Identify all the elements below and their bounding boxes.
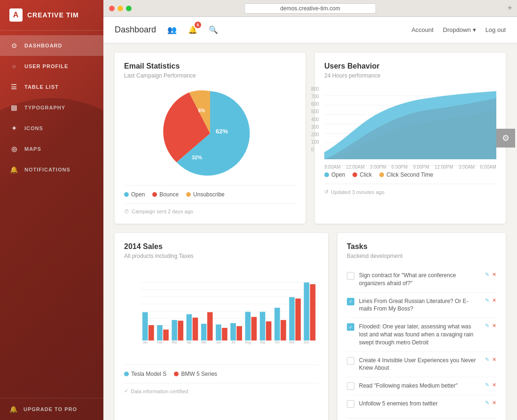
account-link[interactable]: Account	[411, 26, 433, 33]
task-actions: ✎ ✕	[485, 272, 496, 278]
tasks-title: Tasks	[347, 242, 496, 251]
task-delete-icon[interactable]: ✕	[492, 272, 496, 278]
task-checkbox[interactable]: ✓	[347, 298, 354, 305]
ub-open-dot	[324, 172, 329, 177]
group-icon-button[interactable]: 👥	[165, 23, 179, 37]
bottom-cards-row: 2014 Sales All products including Taxes	[115, 233, 506, 420]
task-edit-icon[interactable]: ✎	[485, 357, 489, 363]
task-item: Unfollow 5 enemies from twitter ✎ ✕	[347, 395, 496, 412]
task-edit-icon[interactable]: ✎	[485, 297, 489, 303]
pie-chart: 62% 32% 6%	[124, 86, 296, 180]
sidebar-logo: A CREATIVE TIM	[0, 0, 103, 31]
dropdown-button[interactable]: Dropdown ▾	[443, 26, 476, 33]
task-edit-icon[interactable]: ✎	[485, 323, 489, 329]
tesla-dot	[124, 372, 129, 376]
sales-card: 2014 Sales All products including Taxes	[115, 233, 328, 420]
svg-rect-37	[274, 308, 280, 341]
legend-open: Open	[124, 191, 145, 198]
new-tab-button[interactable]: +	[507, 3, 512, 13]
sidebar-item-notifications[interactable]: 🔔 NOTIFICATIONS	[0, 159, 103, 180]
bounce-dot	[152, 192, 157, 197]
notification-button[interactable]: 🔔 5	[186, 23, 199, 37]
dropdown-label: Dropdown	[443, 26, 470, 33]
sidebar-item-user-profile[interactable]: ○ USER PROFILE	[0, 56, 103, 77]
task-item: Sign contract for "What are conference o…	[347, 267, 496, 293]
top-cards-row: Email Statistics Last Campaign Performan…	[115, 53, 506, 224]
notifications-label: NOTIFICATIONS	[24, 167, 70, 172]
user-profile-icon: ○	[9, 62, 19, 71]
sidebar-item-table-list[interactable]: ☰ TABLE LIST	[0, 77, 103, 97]
svg-rect-26	[193, 318, 198, 341]
svg-rect-31	[230, 323, 236, 341]
sales-legend: Tesla Model S BMW 5 Series	[124, 365, 319, 377]
legend-ub-open: Open	[324, 171, 345, 178]
task-edit-icon[interactable]: ✎	[485, 382, 489, 388]
users-behavior-footer: ↺ Updated 3 minutes ago	[324, 184, 496, 195]
task-checkbox[interactable]	[347, 382, 354, 390]
open-dot	[124, 192, 129, 197]
ub-click2-dot	[379, 172, 384, 177]
minimize-button[interactable]	[118, 6, 123, 11]
sidebar-item-icons[interactable]: ✦ ICONS	[0, 118, 103, 139]
task-actions: ✎ ✕	[485, 297, 496, 303]
task-edit-icon[interactable]: ✎	[485, 272, 489, 278]
task-checkbox[interactable]	[347, 400, 354, 408]
task-checkbox[interactable]: ✓	[347, 323, 354, 331]
legend-unsubscribe: Unsubscribe	[186, 191, 225, 198]
area-chart-x-labels: 9:00AM12:00AM3:00PM6:00PM9:00PM12:00PM3:…	[324, 164, 496, 170]
svg-rect-33	[245, 312, 251, 341]
bounce-label: Bounce	[159, 191, 179, 198]
task-checkbox[interactable]	[347, 272, 354, 280]
users-behavior-title: Users Behavior	[324, 62, 496, 70]
ub-click-dot	[352, 172, 357, 177]
sales-title: 2014 Sales	[124, 242, 319, 251]
upgrade-button[interactable]: 🔔 UPGRADE TO PRO	[0, 398, 103, 420]
logout-link[interactable]: Log out	[486, 26, 506, 33]
svg-text:62%: 62%	[216, 128, 228, 135]
task-actions: ✎ ✕	[485, 400, 496, 406]
sidebar-item-dashboard[interactable]: ⊙ DASHBOARD	[0, 35, 103, 56]
task-text: Unfollow 5 enemies from twitter	[359, 400, 480, 408]
task-actions: ✎ ✕	[485, 357, 496, 363]
legend-tesla: Tesla Model S	[124, 371, 166, 377]
task-item: Create 4 Invisible User Experiences you …	[347, 352, 496, 378]
svg-rect-19	[142, 312, 148, 340]
bar-chart: 0 100 200 300 400 500 600 700 800 Jan Fe…	[124, 267, 319, 361]
maximize-button[interactable]	[126, 6, 132, 11]
task-item: ✓ Flooded: One year later, assessing wha…	[347, 318, 496, 351]
task-delete-icon[interactable]: ✕	[492, 297, 496, 303]
email-stats-footer-text: Campaign sent 2 days ago	[132, 209, 193, 214]
task-checkbox[interactable]	[347, 357, 354, 365]
pie-chart-svg: 62% 32% 6%	[163, 86, 257, 180]
topbar-right: Account Dropdown ▾ Log out	[411, 26, 506, 33]
svg-text:Mai: Mai	[201, 341, 206, 344]
users-behavior-subtitle: 24 Hours performance	[324, 72, 496, 79]
bmw-dot	[174, 372, 179, 376]
legend-ub-click: Click	[352, 171, 372, 178]
area-chart: 9:00AM12:00AM3:00PM6:00PM9:00PM12:00PM3:…	[324, 86, 496, 162]
dashboard-label: DASHBOARD	[24, 43, 63, 48]
clock-icon: ⏱	[124, 209, 129, 214]
svg-rect-23	[172, 320, 177, 341]
url-bar[interactable]: demos.creative-tim.com	[244, 3, 376, 14]
task-text: Create 4 Invisible User Experiences you …	[359, 357, 480, 373]
task-delete-icon[interactable]: ✕	[492, 357, 496, 363]
settings-gear-button[interactable]: ⚙	[496, 129, 515, 148]
svg-text:Sep: Sep	[260, 341, 266, 344]
sales-footer: ✓ Data information certified	[124, 383, 319, 394]
task-edit-icon[interactable]: ✎	[485, 400, 489, 406]
sidebar-item-typography[interactable]: ▤ TYPOGRAPHY	[0, 97, 103, 118]
task-delete-icon[interactable]: ✕	[492, 323, 496, 329]
close-button[interactable]	[109, 6, 115, 11]
sidebar-item-maps[interactable]: ◎ MAPS	[0, 139, 103, 159]
task-delete-icon[interactable]: ✕	[492, 400, 496, 406]
task-delete-icon[interactable]: ✕	[492, 382, 496, 388]
svg-rect-29	[216, 325, 221, 341]
table-list-icon: ☰	[9, 82, 19, 92]
notifications-icon: 🔔	[9, 165, 19, 174]
logo-icon: A	[9, 8, 23, 22]
task-text: Read "Following makes Medium better"	[359, 382, 480, 390]
search-button[interactable]: 🔍	[207, 23, 220, 37]
traffic-lights	[109, 6, 132, 11]
ub-open-label: Open	[331, 171, 345, 178]
